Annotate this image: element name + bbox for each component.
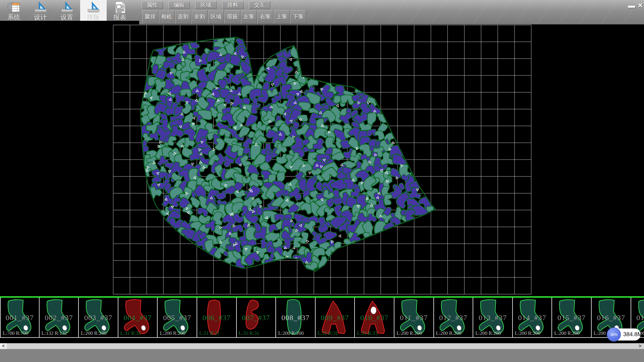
piece-label: 013_#37 (473, 313, 512, 322)
piece-lr-count: L:200 R:200 (81, 330, 106, 336)
status-bar (0, 349, 644, 362)
scroll-right-button[interactable]: > (637, 343, 643, 349)
piece-lr-count: L:200 R:200 (396, 330, 422, 336)
progress-circle: 38% (607, 327, 621, 342)
scroll-left-icon: < (2, 343, 5, 349)
nested-pieces (136, 33, 435, 277)
tool-button-9[interactable]: 下靠 (290, 10, 306, 24)
piece-lr-count: L:200 R:200 (554, 330, 580, 336)
piece-label: 010_#37 (355, 313, 394, 322)
tool-button-4[interactable]: 区域 (208, 10, 224, 24)
piece-lr-count: L:132 R:132 (42, 330, 67, 336)
piece-label: 009_#37 (316, 313, 355, 322)
piece-label: 015_#37 (552, 313, 591, 322)
toolbar: 系统 设计 设置 (0, 0, 644, 24)
piece-label: 006_#37 (197, 313, 236, 322)
piece-label: 001_#37 (1, 313, 39, 322)
tool-button-1[interactable]: 相机 (159, 10, 175, 24)
tool-buttons: 聚排相机选割全割区域瑕疵左靠右靠上靠下靠 (142, 10, 306, 24)
set-square-icon (59, 1, 75, 14)
app-button-label: 系统 (8, 14, 20, 21)
piece-label: 004_#37 (118, 313, 157, 322)
piece-lr-count: L:200 R:200 (436, 330, 462, 336)
horizontal-scrollbar[interactable]: < > (0, 343, 644, 349)
set-square-icon (86, 1, 101, 14)
piece-thumbnail[interactable]: 004_#37L:31 R:31 (118, 298, 158, 337)
piece-label: 007_#37 (237, 313, 276, 322)
piece-label: 016_#37 (592, 313, 631, 322)
piece-thumbnail[interactable]: 009_#37L:32 R:31 (316, 298, 355, 337)
thumbnail-strip: 001_#37L:700 R:700002_#37L:132 R:132003_… (0, 296, 644, 338)
tool-button-6[interactable]: 左靠 (241, 10, 257, 24)
minimize-icon (628, 6, 635, 8)
menu-tab-2[interactable]: 区域 (195, 1, 217, 9)
piece-lr-count: L:200 R:200 (160, 330, 185, 336)
piece-lr-count: L:200 R:200 (515, 330, 540, 336)
close-button[interactable]: × (638, 1, 643, 9)
piece-thumbnail[interactable]: 015_#37L:200 R:200 (552, 298, 592, 337)
piece-lr-count: L:200 R:200 (475, 330, 501, 336)
app-button-system[interactable]: 系统 (1, 0, 27, 21)
tool-button-3[interactable]: 全割 (192, 10, 208, 24)
app-button-label: 设计 (34, 14, 47, 21)
piece-lr-count: L:700 R:700 (3, 330, 28, 336)
app-button-label: 设置 (61, 14, 73, 21)
set-square-icon (33, 1, 48, 14)
memory-value: 384.8M (623, 331, 642, 338)
piece-lr-count: L:33 R:33 (357, 330, 377, 336)
minimize-button[interactable] (628, 3, 635, 8)
piece-label: 011_#37 (394, 313, 433, 322)
menu-tab-1[interactable]: 编辑 (168, 1, 190, 9)
piece-label: 005_#37 (158, 313, 197, 322)
app-button-label: 报表 (114, 14, 126, 21)
piece-thumbnail[interactable]: 013_#37L:200 R:200 (473, 298, 513, 337)
piece-label: 017_#37 (631, 313, 644, 322)
piece-label: 003_#37 (79, 313, 118, 322)
tool-button-7[interactable]: 右靠 (257, 10, 273, 24)
app-button-label: 排版 (87, 14, 100, 21)
toolbar-gap (0, 21, 139, 24)
window-controls: × (628, 1, 643, 9)
app-button-report[interactable]: 报表 (107, 0, 133, 21)
tool-button-2[interactable]: 选割 (175, 10, 191, 24)
piece-lr-count: L:21 R:21 (199, 330, 220, 336)
piece-thumbnail[interactable]: 006_#37L:21 R:21 (197, 298, 237, 337)
piece-thumbnail[interactable]: 002_#37L:132 R:132 (40, 298, 79, 337)
piece-label: 012_#37 (434, 313, 473, 322)
tool-button-0[interactable]: 聚排 (142, 10, 158, 24)
memory-badge: 38% 384.8M (608, 328, 641, 341)
gear-table-icon (6, 1, 22, 14)
piece-label: 014_#37 (513, 313, 552, 322)
piece-thumbnail[interactable]: 007_#37L:31 R:31 (237, 298, 276, 337)
piece-lr-count: L:32 R:31 (318, 330, 338, 336)
app-button-design[interactable]: 设计 (27, 0, 54, 21)
piece-thumbnail[interactable]: 008_#37L:200 R:200 (276, 298, 316, 337)
menu-tab-3[interactable]: 排料 (222, 1, 244, 9)
piece-lr-count: L:31 R:31 (120, 330, 141, 336)
report-icon (112, 1, 128, 14)
close-icon: × (638, 1, 643, 10)
piece-lr-count: L:31 R:31 (239, 330, 259, 336)
menu-tabs: 属性编辑区域排料交互 (142, 1, 270, 9)
piece-thumbnail[interactable]: 003_#37L:200 R:200 (79, 298, 118, 337)
piece-thumbnail[interactable]: 005_#37L:200 R:200 (158, 298, 197, 337)
scroll-left-button[interactable]: < (0, 343, 7, 349)
piece-lr-count: L:200 R:200 (278, 330, 304, 336)
app-button-settings[interactable]: 设置 (54, 0, 80, 21)
menu-tab-4[interactable]: 交互 (249, 1, 270, 9)
piece-thumbnail[interactable]: 011_#37L:200 R:200 (394, 298, 434, 337)
piece-thumbnail[interactable]: 012_#37L:200 R:200 (434, 298, 474, 337)
tool-button-8[interactable]: 上靠 (274, 10, 290, 24)
piece-label: 002_#37 (40, 313, 78, 322)
canvas-area[interactable] (0, 0, 644, 296)
menu-tab-0[interactable]: 属性 (142, 1, 163, 9)
piece-thumbnail[interactable]: 014_#37L:200 R:200 (513, 298, 552, 337)
app-button-layout[interactable]: 排版 (80, 0, 107, 21)
piece-thumbnail[interactable]: 001_#37L:700 R:700 (0, 298, 40, 337)
nesting-canvas[interactable] (0, 0, 644, 296)
app-button-bar: 系统 设计 设置 (1, 0, 133, 21)
scroll-right-icon: > (639, 343, 641, 349)
piece-label: 008_#37 (276, 313, 315, 322)
tool-button-5[interactable]: 瑕疵 (224, 10, 240, 24)
piece-thumbnail[interactable]: 010_#37L:33 R:33 (355, 298, 394, 337)
